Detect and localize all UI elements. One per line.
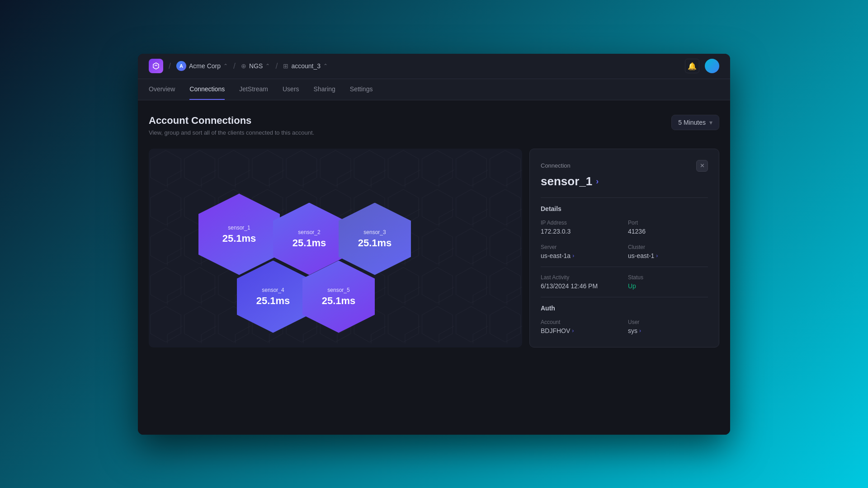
- last-activity-field: Last Activity 6/13/2024 12:46 PM: [541, 274, 621, 290]
- account-chevron-icon: ⌃: [323, 63, 328, 69]
- cluster-link-icon: ›: [656, 253, 658, 259]
- tab-connections[interactable]: Connections: [189, 79, 225, 100]
- status-field: Status Up: [628, 274, 708, 290]
- detail-panel-header: Connection ✕: [541, 160, 708, 172]
- divider-3: [541, 297, 708, 297]
- account-icon: ⊞: [283, 62, 288, 70]
- account-label: account_3: [291, 62, 321, 70]
- account-auth-value[interactable]: BDJFHOV ›: [541, 327, 621, 334]
- ip-address-value: 172.23.0.3: [541, 228, 621, 235]
- org-avatar: A: [176, 61, 186, 71]
- hex-label-sensor2: sensor_2: [298, 229, 320, 235]
- user-avatar[interactable]: [705, 59, 719, 73]
- time-filter-chevron-icon: ▾: [709, 119, 712, 126]
- server-link-icon: ›: [572, 253, 574, 259]
- cluster-value[interactable]: us-east-1 ›: [628, 252, 708, 259]
- breadcrumb-sep-3: /: [275, 61, 278, 71]
- cluster-label: Cluster: [628, 244, 708, 250]
- hex-shape-sensor4: sensor_4 25.1ms: [237, 261, 309, 333]
- server-value[interactable]: us-east-1a ›: [541, 252, 621, 259]
- divider-1: [541, 197, 708, 198]
- ngs-chevron-icon: ⌃: [265, 63, 270, 69]
- user-field: User sys ›: [628, 319, 708, 334]
- ip-address-label: IP Address: [541, 220, 621, 226]
- ngs-label: NGS: [249, 62, 263, 70]
- auth-section-title: Auth: [541, 305, 708, 312]
- tab-overview[interactable]: Overview: [149, 79, 175, 100]
- hex-value-sensor2: 25.1ms: [292, 237, 326, 249]
- nav-tabs: Overview Connections JetStream Users Sha…: [138, 79, 730, 100]
- breadcrumb-sep-1: /: [169, 61, 171, 71]
- connections-area: sensor_1 25.1ms sensor_2 25.1ms: [149, 149, 719, 347]
- header-right: 🔔: [685, 59, 719, 73]
- account-field: Account BDJFHOV ›: [541, 319, 621, 334]
- org-chevron-icon: ⌃: [223, 63, 228, 69]
- connection-label: Connection: [541, 162, 571, 169]
- cluster-field: Cluster us-east-1 ›: [628, 244, 708, 259]
- status-label: Status: [628, 274, 708, 281]
- org-name: Acme Corp: [189, 62, 221, 70]
- detail-panel: Connection ✕ sensor_1 › Details IP Addre…: [529, 149, 719, 347]
- breadcrumb-sep-2: /: [233, 61, 236, 71]
- hex-label-sensor5: sensor_5: [327, 287, 349, 293]
- status-value: Up: [628, 282, 708, 290]
- tab-sharing[interactable]: Sharing: [314, 79, 335, 100]
- account-link-icon: ›: [572, 328, 574, 334]
- main-window: / A Acme Corp ⌃ / ⊕ NGS ⌃ / ⊞ account_3: [138, 54, 730, 435]
- page-header: Account Connections View, group and sort…: [149, 115, 719, 136]
- breadcrumb-org[interactable]: A Acme Corp ⌃: [176, 61, 228, 71]
- hex-value-sensor3: 25.1ms: [358, 237, 392, 249]
- hex-shape-sensor5: sensor_5 25.1ms: [302, 261, 375, 333]
- hex-nodes-container: sensor_1 25.1ms sensor_2 25.1ms: [176, 158, 393, 338]
- globe-icon: ⊕: [241, 62, 246, 70]
- server-field: Server us-east-1a ›: [541, 244, 621, 259]
- hex-value-sensor5: 25.1ms: [322, 295, 356, 307]
- hex-label-sensor3: sensor_3: [363, 229, 386, 235]
- user-value[interactable]: sys ›: [628, 327, 708, 334]
- port-label: Port: [628, 220, 708, 226]
- sensor-link-arrow-icon[interactable]: ›: [596, 177, 599, 186]
- port-field: Port 41236: [628, 220, 708, 235]
- tab-users[interactable]: Users: [283, 79, 299, 100]
- tab-settings[interactable]: Settings: [350, 79, 373, 100]
- hex-label-sensor1: sensor_1: [228, 225, 250, 231]
- page-header-text: Account Connections View, group and sort…: [149, 115, 314, 136]
- breadcrumb-account[interactable]: ⊞ account_3 ⌃: [283, 62, 328, 70]
- main-content: Account Connections View, group and sort…: [138, 100, 730, 435]
- sensor-name-text: sensor_1: [541, 174, 592, 188]
- hex-label-sensor4: sensor_4: [262, 287, 284, 293]
- hex-foreground: sensor_1 25.1ms sensor_2 25.1ms: [149, 149, 522, 347]
- detail-sensor-name: sensor_1 ›: [541, 174, 708, 188]
- hex-node-sensor4[interactable]: sensor_4 25.1ms: [237, 261, 309, 333]
- user-label: User: [628, 319, 708, 325]
- header-left: / A Acme Corp ⌃ / ⊕ NGS ⌃ / ⊞ account_3: [149, 59, 328, 73]
- auth-grid: Account BDJFHOV › User sys ›: [541, 319, 708, 334]
- hex-node-sensor5[interactable]: sensor_5 25.1ms: [302, 261, 375, 333]
- port-value: 41236: [628, 228, 708, 235]
- divider-2: [541, 267, 708, 267]
- header: / A Acme Corp ⌃ / ⊕ NGS ⌃ / ⊞ account_3: [138, 54, 730, 79]
- server-label: Server: [541, 244, 621, 250]
- app-logo[interactable]: [149, 59, 163, 73]
- close-panel-button[interactable]: ✕: [696, 160, 708, 172]
- time-filter-value: 5 Minutes: [678, 119, 706, 126]
- hex-value-sensor1: 25.1ms: [222, 233, 256, 244]
- account-auth-label: Account: [541, 319, 621, 325]
- last-activity-value: 6/13/2024 12:46 PM: [541, 282, 621, 290]
- user-link-icon: ›: [639, 328, 641, 334]
- last-activity-label: Last Activity: [541, 274, 621, 281]
- tab-jetstream[interactable]: JetStream: [239, 79, 268, 100]
- details-grid: IP Address 172.23.0.3 Port 41236 Server …: [541, 220, 708, 259]
- time-filter-dropdown[interactable]: 5 Minutes ▾: [671, 115, 719, 130]
- breadcrumb-ngs[interactable]: ⊕ NGS ⌃: [241, 62, 270, 70]
- page-title: Account Connections: [149, 115, 314, 127]
- activity-grid: Last Activity 6/13/2024 12:46 PM Status …: [541, 274, 708, 290]
- page-subtitle: View, group and sort all of the clients …: [149, 129, 314, 136]
- notifications-button[interactable]: 🔔: [685, 59, 699, 73]
- hex-grid-container: sensor_1 25.1ms sensor_2 25.1ms: [149, 149, 522, 347]
- details-section-title: Details: [541, 205, 708, 212]
- hex-value-sensor4: 25.1ms: [256, 295, 290, 307]
- ip-address-field: IP Address 172.23.0.3: [541, 220, 621, 235]
